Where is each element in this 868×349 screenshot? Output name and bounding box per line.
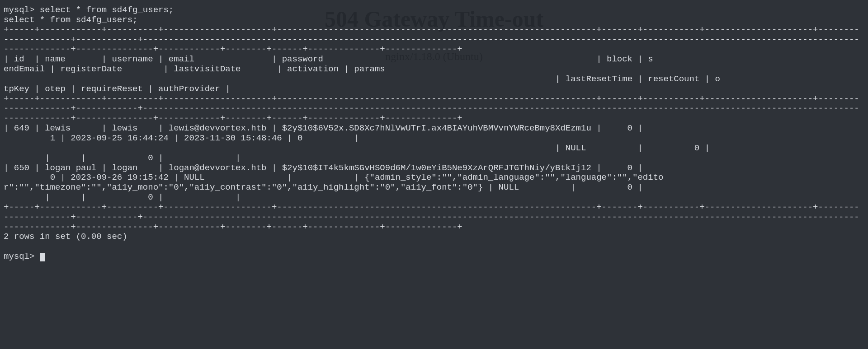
table-row: | NULL | 0 | <box>4 143 710 153</box>
table-row: 0 | 2023-09-26 19:15:42 | NULL | | {"adm… <box>4 172 663 182</box>
terminal-output[interactable]: mysql> select * from sd4fg_users; select… <box>0 0 868 265</box>
table-border: +-----+------------+----------+---------… <box>4 25 859 55</box>
table-border: +-----+------------+----------+---------… <box>4 94 859 124</box>
cursor-block <box>40 253 45 261</box>
table-header-row: tpKey | otep | requireReset | authProvid… <box>4 84 231 94</box>
result-footer: 2 rows in set (0.00 sec) <box>4 232 127 242</box>
table-row: 1 | 2023-09-25 16:44:24 | 2023-11-30 15:… <box>4 133 359 143</box>
mysql-prompt: mysql> <box>4 5 34 15</box>
query-line: select * from sd4fg_users; <box>4 15 137 25</box>
table-row: | | 0 | | <box>4 192 241 202</box>
mysql-prompt: mysql> <box>4 251 34 261</box>
table-header-row: | lastResetTime | resetCount | o <box>4 74 720 84</box>
query-line: select * from sd4fg_users; <box>40 5 174 15</box>
table-header-row: | id | name | username | email | passwor… <box>4 54 653 64</box>
table-row: r":"","timezone":"","a11y_mono":"0","a11… <box>4 182 643 192</box>
table-row: | 649 | lewis | lewis | lewis@devvortex.… <box>4 123 643 133</box>
table-row: | | 0 | | <box>4 153 241 163</box>
table-border: +-----+------------+----------+---------… <box>4 202 859 232</box>
table-header-row: endEmail | registerDate | lastvisitDate … <box>4 64 385 74</box>
table-row: | 650 | logan paul | logan | logan@devvo… <box>4 163 643 173</box>
